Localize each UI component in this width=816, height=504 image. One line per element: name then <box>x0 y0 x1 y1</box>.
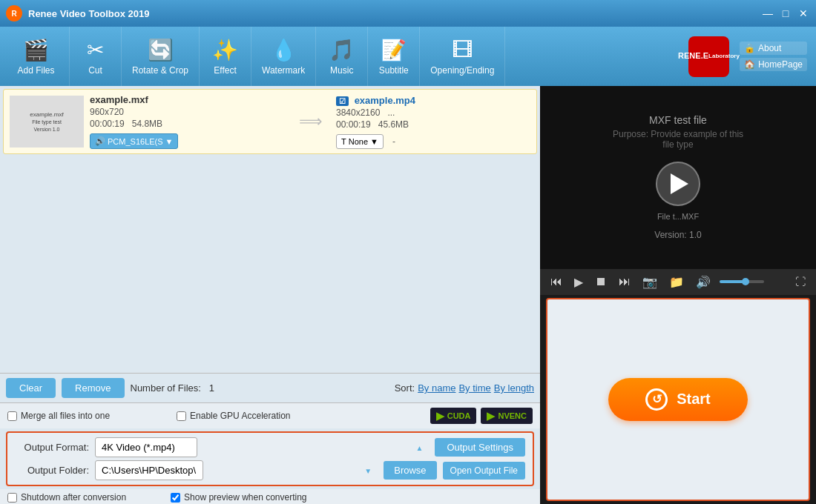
clear-button[interactable]: Clear <box>6 378 56 398</box>
toolbar-cut[interactable]: ✂ Cut <box>70 27 122 86</box>
shutdown-checkbox[interactable] <box>7 493 17 503</box>
file-resolution: 960x720 <box>90 107 284 117</box>
open-output-file-button[interactable]: Open Output File <box>443 462 525 480</box>
output-settings-section: Output Format: 4K Video (*.mp4)1080p Vid… <box>6 431 534 486</box>
video-controls-bar: ⏮ ▶ ⏹ ⏭ 📷 📁 🔊 ⛶ <box>540 269 816 295</box>
browse-button[interactable]: Browse <box>384 461 436 480</box>
output-format-label: Output Format: <box>15 442 89 453</box>
toolbar-effect-label: Effect <box>214 65 236 76</box>
start-section: ↺ Start <box>546 298 810 502</box>
toolbar-music[interactable]: 🎵 Music <box>316 27 368 86</box>
toolbar-rotate-crop[interactable]: 🔄 Rotate & Crop <box>122 27 200 86</box>
right-panel: MXF test file Purpose: Provide example o… <box>540 86 816 504</box>
sort-area: Sort: By name By time By length <box>395 382 534 394</box>
toolbar-add-files[interactable]: 🎬 Add Files <box>3 27 70 86</box>
about-label: About <box>758 43 781 53</box>
output-format-select[interactable]: 4K Video (*.mp4)1080p Video (*.mp4)720p … <box>95 437 197 457</box>
rotate-crop-icon: 🔄 <box>148 38 174 62</box>
toolbar-opening-ending[interactable]: 🎞 Opening/Ending <box>420 27 505 86</box>
about-button[interactable]: 🔒 About <box>740 42 807 55</box>
bottom-action-bar: Clear Remove Number of Files: 1 Sort: By… <box>0 373 540 402</box>
file-list-area[interactable]: example.mxf File type test Version 1.0 e… <box>0 86 540 373</box>
sort-by-time[interactable]: By time <box>458 382 490 394</box>
toolbar-watermark-label: Watermark <box>262 65 305 76</box>
play-button[interactable] <box>656 162 700 206</box>
output-folder-select[interactable]: C:\Users\HP\Desktop\ <box>95 460 203 480</box>
fullscreen-button[interactable]: ⛶ <box>792 274 809 289</box>
gpu-acceleration-checkbox[interactable] <box>177 411 186 421</box>
video-title: MXF test file <box>609 114 747 126</box>
add-files-icon: 🎬 <box>23 38 49 62</box>
merge-files-checkbox[interactable] <box>7 411 17 421</box>
prev-frame-button[interactable]: ⏮ <box>547 273 565 290</box>
gpu-acceleration-checkbox-label[interactable]: Enable GPU Acceleration <box>177 411 290 421</box>
arrow-icon: ⟹ <box>299 112 321 131</box>
stop-button[interactable]: ⏹ <box>592 273 610 290</box>
volume-button[interactable]: 🔊 <box>693 273 714 291</box>
output-folder-select-wrapper: C:\Users\HP\Desktop\ <box>95 460 378 480</box>
volume-slider[interactable] <box>720 280 764 283</box>
nvenc-badge[interactable]: ▶ NVENC <box>481 408 533 424</box>
video-preview-area: MXF test file Purpose: Provide example o… <box>540 86 816 269</box>
show-preview-checkbox[interactable] <box>171 493 180 503</box>
minimize-button[interactable]: — <box>761 7 774 20</box>
audio-dropdown-arrow: ▼ <box>165 137 174 146</box>
sort-by-length[interactable]: By length <box>494 382 534 394</box>
file-thumbnail: example.mxf File type test Version 1.0 <box>10 96 84 147</box>
video-file-label: File t...MXF <box>609 212 747 221</box>
file-output-info: ☑ example.mp4 3840x2160 ... 00:00:19 45.… <box>336 95 530 149</box>
file-count-label: Number of Files: 1 <box>131 382 214 394</box>
window-controls: — □ ✕ <box>761 7 810 20</box>
toolbar-subtitle[interactable]: 📝 Subtitle <box>368 27 420 86</box>
output-settings-button[interactable]: Output Settings <box>435 438 525 457</box>
start-button[interactable]: ↺ Start <box>608 378 748 421</box>
show-preview-checkbox-label[interactable]: Show preview when converting <box>171 492 306 503</box>
main-content: example.mxf File type test Version 1.0 e… <box>0 86 816 504</box>
app-logo: R <box>6 5 22 21</box>
toolbar-effect[interactable]: ✨ Effect <box>200 27 251 86</box>
video-version: Version: 1.0 <box>609 230 747 240</box>
toolbar-add-files-label: Add Files <box>17 65 54 76</box>
opening-ending-icon: 🎞 <box>452 38 473 62</box>
screenshot-button[interactable]: 📷 <box>639 273 660 291</box>
watermark-icon: 💧 <box>271 38 297 62</box>
output-folder-row: Output Folder: C:\Users\HP\Desktop\ Brow… <box>15 460 525 480</box>
toolbar-opening-ending-label: Opening/Ending <box>430 65 494 76</box>
output-controls: T None ▼ - <box>336 131 530 149</box>
sort-by-name[interactable]: By name <box>418 382 455 394</box>
title-bar: R Renee Video Toolbox 2019 — □ ✕ <box>0 0 816 27</box>
toolbar-watermark[interactable]: 💧 Watermark <box>251 27 316 86</box>
toolbar-rotate-crop-label: Rotate & Crop <box>132 65 188 76</box>
play-pause-button[interactable]: ▶ <box>571 273 586 291</box>
start-label: Start <box>677 391 711 408</box>
close-button[interactable]: ✕ <box>797 7 810 20</box>
cuda-badge[interactable]: ▶ CUDA <box>430 408 477 424</box>
bottom-checkboxes: Shutdown after conversion Show preview w… <box>0 489 540 504</box>
remove-button[interactable]: Remove <box>62 378 124 398</box>
output-resolution: 3840x2160 ... <box>336 107 530 118</box>
file-input-name: example.mxf <box>90 94 284 105</box>
checkbox-icon: ☑ <box>336 96 349 106</box>
subtitle-icon: 📝 <box>381 38 407 62</box>
rene-logo: RENE.ELaboratory <box>688 36 729 77</box>
merge-files-checkbox-label[interactable]: Merge all files into one <box>7 411 110 421</box>
video-purpose: Purpose: Provide example of this file ty… <box>609 129 747 150</box>
output-format-select-wrapper: 4K Video (*.mp4)1080p Video (*.mp4)720p … <box>95 437 429 457</box>
subtitle-track-select[interactable]: T None ▼ <box>336 134 384 149</box>
nvidia-cuda-icon: ▶ <box>436 410 444 422</box>
cut-icon: ✂ <box>87 38 104 62</box>
about-home-area: 🔒 About 🏠 HomePage <box>740 42 807 71</box>
folder-button[interactable]: 📁 <box>666 273 687 291</box>
shutdown-checkbox-label[interactable]: Shutdown after conversion <box>7 492 126 503</box>
next-frame-button[interactable]: ⏭ <box>616 273 634 290</box>
toolbar-cut-label: Cut <box>88 65 102 76</box>
app-title: Renee Video Toolbox 2019 <box>28 8 761 19</box>
maximize-button[interactable]: □ <box>779 7 792 20</box>
file-duration-size: 00:00:19 54.8MB <box>90 119 284 129</box>
audio-track-select[interactable]: 🔊 PCM_S16LE(S ▼ <box>90 133 178 149</box>
video-overlay: MXF test file Purpose: Provide example o… <box>609 114 747 240</box>
homepage-button[interactable]: 🏠 HomePage <box>740 58 807 71</box>
file-info: example.mxf 960x720 00:00:19 54.8MB 🔊 PC… <box>90 94 284 149</box>
output-folder-label: Output Folder: <box>15 465 89 476</box>
file-item: example.mxf File type test Version 1.0 e… <box>3 89 537 154</box>
